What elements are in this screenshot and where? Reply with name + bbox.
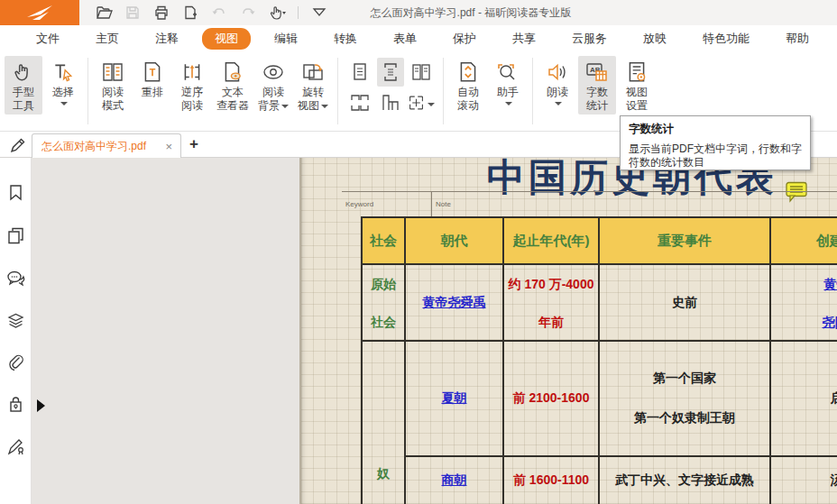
collapse-toolbar-icon[interactable]: [309, 3, 329, 23]
document-area: 中国历史朝代表 Keyword Note 社会 朝代 起止年代(年) 重要事件 …: [0, 158, 837, 504]
bookmarks-panel-icon[interactable]: [6, 183, 25, 202]
separate-cover-layout-button[interactable]: [377, 88, 404, 117]
page-layout-group: [346, 58, 435, 117]
reading-mode-button[interactable]: 阅读 模式: [94, 56, 132, 115]
reading-background-button[interactable]: 阅读 背景: [254, 56, 292, 115]
keyword-label: Keyword: [345, 200, 373, 208]
foxit-logo[interactable]: [0, 0, 79, 25]
pdf-page[interactable]: 中国历史朝代表 Keyword Note 社会 朝代 起止年代(年) 重要事件 …: [299, 158, 837, 504]
annotation-pencil-icon[interactable]: [8, 135, 28, 155]
menu-file[interactable]: 文件: [23, 28, 72, 50]
rotate-view-button[interactable]: 旋转 视图: [294, 56, 332, 115]
panel-expand-handle[interactable]: [37, 399, 45, 412]
col-header-society: 社会: [363, 218, 406, 265]
continuous-facing-layout-button[interactable]: [346, 88, 373, 117]
tab-close-icon[interactable]: ×: [162, 141, 175, 152]
toolbar-separator: [87, 58, 88, 124]
menu-comment[interactable]: 注释: [143, 28, 191, 50]
open-file-icon[interactable]: [94, 3, 114, 23]
menu-edit[interactable]: 编辑: [262, 28, 310, 50]
tooltip-title: 字数统计: [629, 122, 802, 137]
reverse-reading-label-2: 阅读: [181, 99, 203, 113]
word-count-button[interactable]: AB 字数 统计: [578, 56, 616, 115]
view-settings-button[interactable]: 视图 设置: [618, 56, 656, 115]
reading-mode-label-2: 模式: [102, 99, 124, 113]
note-label: Note: [436, 200, 451, 208]
reflow-button[interactable]: 重排: [133, 56, 171, 101]
auto-scroll-label-1: 自动: [457, 86, 479, 99]
menu-protect[interactable]: 保护: [440, 28, 489, 50]
speaker-icon: [545, 59, 570, 86]
hand-tool-button[interactable]: 手型 工具: [5, 56, 42, 115]
dynasty-link[interactable]: 商朝: [442, 472, 467, 489]
menu-share[interactable]: 共享: [500, 28, 548, 50]
dynasty-link[interactable]: 夏朝: [442, 390, 467, 407]
reading-bg-label-1: 阅读: [262, 86, 284, 99]
table-cell-events-row2: 第一个国家 第一个奴隶制王朝: [600, 342, 771, 457]
single-page-layout-button[interactable]: [346, 58, 373, 87]
menu-view[interactable]: 视图: [202, 28, 251, 50]
founder-link[interactable]: 黄帝: [824, 277, 837, 293]
layers-panel-icon[interactable]: [6, 311, 25, 330]
word-count-icon: AB: [584, 59, 610, 86]
foxit-logo-icon: [22, 3, 58, 23]
tab-title: 怎么面对高中学习.pdf: [41, 139, 162, 154]
read-aloud-button[interactable]: 朗读: [538, 56, 576, 107]
toolbar-separator: [532, 58, 533, 124]
save-icon[interactable]: [123, 3, 143, 23]
comments-panel-icon[interactable]: [6, 269, 26, 288]
auto-scroll-button[interactable]: 自动 滚动: [449, 56, 487, 115]
continuous-layout-button[interactable]: [377, 58, 404, 87]
print-icon[interactable]: [152, 3, 171, 23]
sticky-note-annotation-icon[interactable]: [785, 181, 809, 204]
table-cell-period-row1: 约 170 万-4000 年前: [504, 265, 600, 342]
auto-scroll-icon: [456, 59, 480, 86]
redo-icon[interactable]: [238, 3, 258, 23]
signature-panel-icon[interactable]: [6, 436, 26, 456]
assistant-button[interactable]: 助手: [489, 56, 527, 107]
menu-home[interactable]: 主页: [83, 28, 132, 50]
qat-separator: [298, 6, 299, 19]
assistant-label: 助手: [497, 86, 519, 99]
table-cell-dynasty-row2: 夏朝: [406, 342, 504, 457]
col-header-period: 起止年代(年): [504, 218, 600, 265]
reading-mode-label-1: 阅读: [102, 86, 124, 99]
active-document-tab[interactable]: 怎么面对高中学习.pdf ×: [32, 133, 181, 158]
table-cell-founder-row2: 启: [771, 342, 837, 457]
create-pdf-icon[interactable]: [180, 3, 200, 23]
title-bar: 怎么面对高中学习.pdf - 福昕阅读器专业版: [0, 0, 837, 25]
select-text-icon: [51, 59, 75, 86]
table-cell-society-row1: 原始 社会: [363, 265, 406, 342]
menu-present[interactable]: 放映: [630, 28, 679, 50]
window-title: 怎么面对高中学习.pdf - 福昕阅读器专业版: [371, 0, 572, 25]
table-cell-dynasty-row3: 商朝: [406, 457, 504, 504]
new-tab-button[interactable]: +: [189, 134, 198, 154]
table-cell-society-merged: 奴: [363, 342, 406, 504]
split-view-button[interactable]: [408, 88, 435, 117]
menu-form[interactable]: 表单: [381, 28, 429, 50]
reverse-reading-button[interactable]: 逆序 阅读: [173, 56, 211, 115]
navigation-rail: [0, 158, 32, 504]
touch-mode-icon[interactable]: [267, 3, 287, 23]
pages-panel-icon[interactable]: [6, 226, 25, 245]
table-cell-events-row1: 史前: [600, 265, 771, 342]
menu-convert[interactable]: 转换: [321, 28, 370, 50]
table-cell-period-row3: 前 1600-1100: [504, 457, 600, 504]
select-tool-button[interactable]: 选择: [44, 56, 82, 107]
text-viewer-button[interactable]: 文本 查看器: [213, 56, 253, 115]
menu-features[interactable]: 特色功能: [690, 28, 762, 50]
view-settings-label-1: 视图: [626, 86, 648, 99]
menu-cloud[interactable]: 云服务: [559, 28, 620, 50]
founder-link[interactable]: 尧|舜: [823, 315, 837, 331]
menu-help[interactable]: 帮助: [773, 28, 822, 50]
text-viewer-label-1: 文本: [222, 86, 244, 99]
reading-bg-caret-icon: [281, 105, 289, 108]
reverse-reading-label-1: 逆序: [181, 86, 203, 99]
attachments-panel-icon[interactable]: [6, 353, 25, 371]
dynasty-link[interactable]: 黄帝尧舜禹: [423, 295, 486, 311]
security-panel-icon[interactable]: [6, 395, 25, 414]
facing-layout-button[interactable]: [408, 58, 435, 87]
undo-icon[interactable]: [209, 3, 229, 23]
word-count-label-2: 统计: [586, 99, 608, 113]
view-settings-label-2: 设置: [626, 99, 648, 113]
